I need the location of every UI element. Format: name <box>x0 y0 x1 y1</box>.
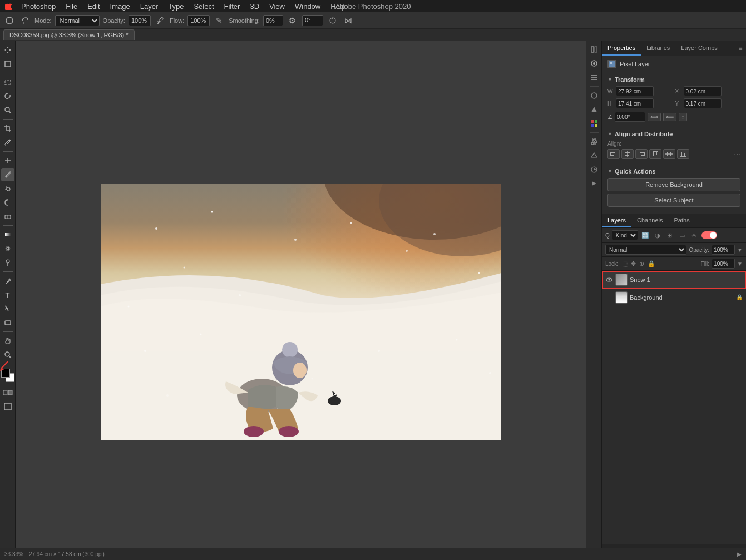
3d-icon[interactable] <box>588 150 600 162</box>
blur-tool[interactable] <box>1 242 14 255</box>
clone-tool[interactable] <box>1 182 14 195</box>
blend-mode-select[interactable]: Normal <box>605 245 686 255</box>
width-input[interactable] <box>616 86 654 96</box>
status-arrow-right[interactable]: ▶ <box>737 551 742 557</box>
height-input[interactable] <box>616 98 654 108</box>
mode-select[interactable]: Normal <box>55 15 100 26</box>
lock-position-icon[interactable]: ✥ <box>631 260 636 267</box>
tab-properties[interactable]: Properties <box>602 41 641 56</box>
align-top-btn[interactable] <box>649 149 661 159</box>
filter-type-icon[interactable]: 🔡 <box>640 230 650 240</box>
settings-icon[interactable]: ⚙ <box>286 14 299 27</box>
remove-background-btn[interactable]: Remove Background <box>607 178 740 191</box>
filter-smart-icon[interactable]: ⊞ <box>665 230 675 240</box>
brush-preset-picker[interactable] <box>3 14 16 27</box>
path-select-tool[interactable] <box>1 302 14 315</box>
swatches-icon[interactable] <box>588 117 600 130</box>
tab-libraries[interactable]: Libraries <box>641 41 675 56</box>
brush-settings-panel-icon[interactable] <box>588 90 600 102</box>
quick-select-tool[interactable] <box>1 103 14 117</box>
angle-input[interactable]: 0° <box>302 15 323 26</box>
align-left-btn[interactable] <box>607 149 620 159</box>
canvas-area[interactable] <box>16 41 586 560</box>
more-options-icon[interactable]: ··· <box>734 150 740 158</box>
panel-options-icon[interactable]: ≡ <box>735 42 746 54</box>
fill-dropdown-icon[interactable]: ▼ <box>737 261 743 267</box>
y-input[interactable] <box>684 98 722 108</box>
align-center-h-btn[interactable] <box>621 149 634 159</box>
lasso-tool[interactable] <box>1 90 14 103</box>
menu-layer[interactable]: Layer <box>136 1 163 12</box>
layer-eye-snow1[interactable] <box>605 276 613 284</box>
healing-tool[interactable] <box>1 154 14 167</box>
smoothing-input[interactable] <box>263 15 283 26</box>
align-center-v-btn[interactable] <box>663 149 675 159</box>
menu-window[interactable]: Window <box>290 1 325 12</box>
hand-tool[interactable] <box>1 334 14 348</box>
filter-shape-icon[interactable]: ▭ <box>677 230 687 240</box>
actions-icon[interactable] <box>588 177 600 190</box>
pressure-flow-icon[interactable]: ✎ <box>213 14 225 27</box>
menu-view[interactable]: View <box>265 1 289 12</box>
brush-tool[interactable] <box>1 168 14 181</box>
symmetry-icon[interactable]: ⋈ <box>342 14 354 27</box>
history-brush-tool[interactable] <box>1 196 14 209</box>
screen-mode[interactable] <box>1 400 14 413</box>
menu-image[interactable]: Image <box>106 1 135 12</box>
adjustments-icon[interactable] <box>588 136 600 148</box>
properties-panel-icon[interactable] <box>588 43 600 56</box>
flip-h-btn[interactable]: ⟺ <box>648 113 661 121</box>
quick-actions-header[interactable]: ▼ Quick Actions <box>607 168 740 175</box>
menu-3d[interactable]: 3D <box>245 1 264 12</box>
opacity-dropdown-icon[interactable]: ▼ <box>737 247 743 253</box>
eraser-tool[interactable] <box>1 210 14 223</box>
opacity-value-input[interactable] <box>712 245 735 255</box>
document-tab[interactable]: DSC08359.jpg @ 33.3% (Snow 1, RGB/8) * <box>3 29 135 40</box>
quick-mask-toggle[interactable] <box>1 386 14 399</box>
foreground-color[interactable] <box>1 369 10 378</box>
align-right-btn[interactable] <box>635 149 648 159</box>
menu-file[interactable]: File <box>61 1 82 12</box>
shape-tool[interactable] <box>1 316 14 329</box>
opacity-input[interactable] <box>129 15 151 26</box>
align-header[interactable]: ▼ Align and Distribute <box>607 131 740 137</box>
menu-type[interactable]: Type <box>164 1 188 12</box>
filter-adj-icon[interactable]: ◑ <box>653 230 663 240</box>
pressure-opacity-icon[interactable]: 🖋 <box>154 14 166 27</box>
tab-channels[interactable]: Channels <box>631 214 668 227</box>
menu-photoshop[interactable]: Photoshop <box>17 1 60 12</box>
layer-comps-icon[interactable] <box>588 71 600 83</box>
layers-collapse-btn[interactable]: ≡ <box>734 215 746 227</box>
layer-snow1[interactable]: Snow 1 <box>602 271 746 289</box>
x-input[interactable] <box>684 86 722 96</box>
brush-settings-icon[interactable] <box>19 14 31 27</box>
gradient-tool[interactable] <box>1 228 14 241</box>
marquee-tool[interactable] <box>1 76 14 89</box>
menu-filter[interactable]: Filter <box>220 1 245 12</box>
fill-value-input[interactable] <box>712 259 735 269</box>
foreground-background-colors[interactable] <box>1 369 14 382</box>
pen-tool[interactable] <box>1 274 14 288</box>
filter-kind-select[interactable]: Kind <box>612 230 638 240</box>
flow-input[interactable] <box>187 15 210 26</box>
lock-pixels-icon[interactable]: ⬚ <box>622 260 628 267</box>
airbrush-icon[interactable] <box>327 14 339 27</box>
angle-input-prop[interactable] <box>615 112 645 122</box>
tab-layers[interactable]: Layers <box>602 214 631 227</box>
apple-menu[interactable] <box>4 2 12 10</box>
filter-bg-icon[interactable]: ✳ <box>689 230 699 240</box>
artboard-tool[interactable] <box>1 57 14 71</box>
layer-eye-bg[interactable] <box>605 294 613 301</box>
timeline-icon[interactable] <box>588 163 600 176</box>
align-bottom-btn[interactable] <box>677 149 689 159</box>
tab-paths[interactable]: Paths <box>669 214 695 227</box>
move-tool[interactable] <box>1 43 14 57</box>
layer-background[interactable]: Background 🔒 <box>602 289 746 306</box>
filter-toggle[interactable] <box>701 231 717 239</box>
type-tool[interactable]: T <box>1 288 14 301</box>
tab-layer-comps[interactable]: Layer Comps <box>675 41 723 56</box>
crop-tool[interactable] <box>1 122 14 135</box>
select-subject-btn[interactable]: Select Subject <box>607 194 740 207</box>
menu-select[interactable]: Select <box>189 1 218 12</box>
flip-btn-3[interactable]: ↕ <box>679 113 687 121</box>
